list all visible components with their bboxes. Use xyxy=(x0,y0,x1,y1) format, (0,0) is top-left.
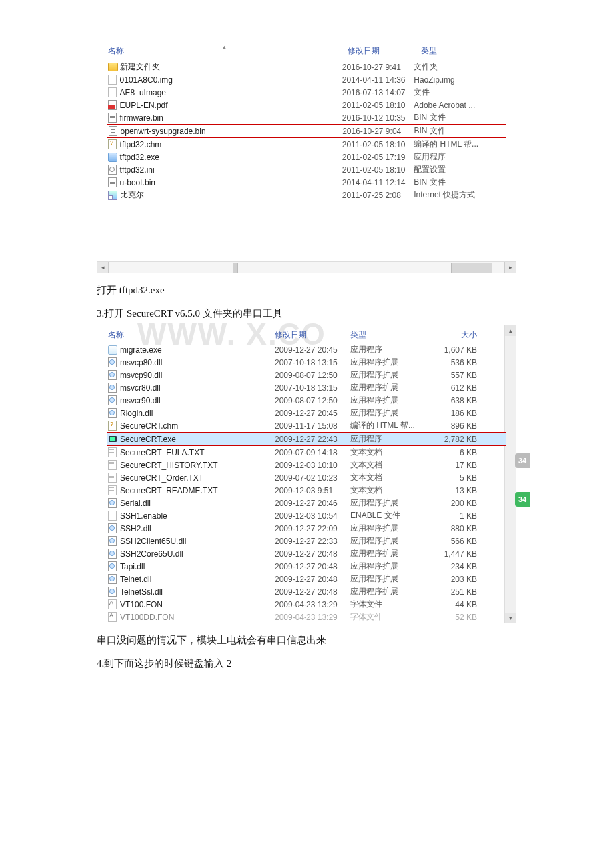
file-row[interactable]: tftpd32.ini2011-02-05 18:10配置设置 xyxy=(97,163,516,176)
txt-icon xyxy=(108,447,117,457)
file-type: Adobe Acrobat ... xyxy=(414,101,505,110)
file-row[interactable]: msvcr80.dll2007-10-18 13:15应用程序扩展612 KB xyxy=(97,381,516,394)
instruction-text-4: 4.到下面这步的时候键盘输入 2 xyxy=(97,657,516,670)
file-row[interactable]: u-boot.bin2014-04-11 12:14BIN 文件 xyxy=(97,176,516,189)
file-icon xyxy=(108,87,117,97)
file-date: 2009-08-07 12:50 xyxy=(275,371,350,380)
bin-icon xyxy=(108,177,117,187)
file-icon-cell xyxy=(108,435,120,444)
file-row[interactable]: Telnet.dll2009-12-27 20:48应用程序扩展203 KB xyxy=(97,573,516,585)
highlighted-file: SecureCRT.exe2009-12-27 22:43应用程序2,782 K… xyxy=(107,432,506,446)
file-row[interactable]: EUPL-EN.pdf2011-02-05 18:10Adobe Acrobat… xyxy=(97,99,516,111)
file-name: 新建文件夹 xyxy=(120,61,342,73)
file-type: 应用程序 xyxy=(350,344,433,355)
col-type-header[interactable]: 类型 xyxy=(421,45,501,57)
file-row[interactable]: SSH1.enable2009-12-03 10:54ENABLE 文件1 KB xyxy=(97,509,516,522)
file-row[interactable]: Rlogin.dll2009-12-27 20:45应用程序扩展186 KB xyxy=(97,407,516,419)
file-row[interactable]: SSH2Client65U.dll2009-12-27 22:33应用程序扩展5… xyxy=(97,535,516,547)
file-icon-cell xyxy=(108,536,120,546)
txt-icon xyxy=(108,473,117,483)
file-icon-cell xyxy=(108,599,120,609)
file-icon-cell xyxy=(108,100,120,110)
dll-icon xyxy=(108,370,117,380)
file-name: Rlogin.dll xyxy=(120,409,275,418)
scroll-thumb-right[interactable] xyxy=(451,263,492,273)
horizontal-scrollbar[interactable]: ◂ ▸ xyxy=(97,261,516,273)
file-size: 44 KB xyxy=(433,600,477,609)
file-row[interactable]: SecureCRT_Order.TXT2009-07-02 10:23文本文档5… xyxy=(97,471,516,484)
file-row[interactable]: firmware.bin2016-10-12 10:35BIN 文件 xyxy=(97,111,516,124)
file-row[interactable]: 0101A8C0.img2014-04-11 14:36HaoZip.img xyxy=(97,73,516,86)
file-date: 2009-12-27 20:45 xyxy=(275,345,350,355)
file-row[interactable]: Tapi.dll2009-12-27 20:48应用程序扩展234 KB xyxy=(97,560,516,573)
file-row[interactable]: tftpd32.chm2011-02-05 18:10编译的 HTML 帮... xyxy=(97,138,516,151)
file-size: 536 KB xyxy=(433,358,477,367)
file-size: 1 KB xyxy=(433,511,477,521)
file-date: 2011-02-05 18:10 xyxy=(342,140,414,149)
file-icon-cell xyxy=(108,165,120,175)
file-type: 应用程序扩展 xyxy=(350,523,433,534)
file-row[interactable]: tftpd32.exe2011-02-05 17:19应用程序 xyxy=(97,151,516,163)
file-row[interactable]: SecureCRT_EULA.TXT2009-07-09 14:18文本文档6 … xyxy=(97,446,516,459)
col2-name-header[interactable]: 名称 xyxy=(108,329,275,341)
file-size: 1,447 KB xyxy=(433,549,477,559)
file-row[interactable]: migrate.exe2009-12-27 20:45应用程序1,607 KB xyxy=(97,343,516,356)
file-row[interactable]: 新建文件夹2016-10-27 9:41文件夹 xyxy=(97,61,516,73)
scroll-right-icon[interactable]: ▸ xyxy=(504,262,516,273)
file-name: SecureCRT_HISTORY.TXT xyxy=(120,461,275,470)
file-row[interactable]: SecureCRT.exe2009-12-27 22:43应用程序2,782 K… xyxy=(107,433,506,445)
file-row[interactable]: SecureCRT_README.TXT2009-12-03 9:51文本文档1… xyxy=(97,484,516,497)
file-name: msvcp80.dll xyxy=(120,358,275,367)
file-icon-cell xyxy=(108,63,120,71)
file-row[interactable]: 比克尔2011-07-25 2:08Internet 快捷方式 xyxy=(97,189,516,201)
side-badge-1[interactable]: 34 xyxy=(515,453,530,468)
col2-date-header[interactable]: 修改日期 xyxy=(275,329,350,341)
file-date: 2009-12-27 20:48 xyxy=(275,549,350,559)
file-type: 文本文档 xyxy=(350,485,433,496)
file-row[interactable]: VT100DD.FON2009-04-23 13:29字体文件52 KB xyxy=(97,611,516,623)
file-icon-cell xyxy=(108,447,120,457)
file-row[interactable]: VT100.FON2009-04-23 13:29字体文件44 KB xyxy=(97,598,516,611)
file-icon xyxy=(108,511,117,521)
file-row[interactable]: msvcp90.dll2009-08-07 12:50应用程序扩展557 KB xyxy=(97,369,516,381)
file-type: 应用程序扩展 xyxy=(350,535,433,547)
file-row[interactable]: Serial.dll2009-12-27 20:46应用程序扩展200 KB xyxy=(97,497,516,509)
file-row[interactable]: SecureCRT.chm2009-11-17 15:08编译的 HTML 帮.… xyxy=(97,419,516,432)
file-date: 2014-04-11 12:14 xyxy=(342,178,414,187)
file-row[interactable]: msvcp80.dll2007-10-18 13:15应用程序扩展536 KB xyxy=(97,356,516,369)
file-name: TelnetSsl.dll xyxy=(120,587,275,597)
dll-icon xyxy=(108,383,117,393)
dll-icon xyxy=(108,395,117,405)
scroll-left-icon[interactable]: ◂ xyxy=(97,262,109,273)
file-type: BIN 文件 xyxy=(414,125,505,137)
instruction-text-2: 3.打开 SecureCRT v6.5.0 文件夹的串口工具 xyxy=(97,307,516,320)
side-badge-2[interactable]: 34 xyxy=(515,492,530,507)
file-row[interactable]: AE8_uImage2016-07-13 14:07文件 xyxy=(97,86,516,99)
col-date-header[interactable]: 修改日期 xyxy=(348,45,421,57)
file-type: ENABLE 文件 xyxy=(350,510,433,521)
file-name: SSH2.dll xyxy=(120,524,275,533)
file-date: 2011-02-05 18:10 xyxy=(342,165,414,175)
file-row[interactable]: TelnetSsl.dll2009-12-27 20:48应用程序扩展251 K… xyxy=(97,585,516,598)
file-type: 应用程序扩展 xyxy=(350,573,433,585)
col-name-header[interactable]: 名称 ▲ xyxy=(108,45,348,57)
file-size: 566 KB xyxy=(433,537,477,546)
file-name: SecureCRT.chm xyxy=(120,421,275,431)
file-row[interactable]: msvcr90.dll2009-08-07 12:50应用程序扩展638 KB xyxy=(97,394,516,407)
file-row[interactable]: SSH2.dll2009-12-27 22:09应用程序扩展880 KB xyxy=(97,522,516,535)
file-size: 880 KB xyxy=(433,524,477,533)
file-type: 字体文件 xyxy=(350,599,433,610)
instruction-text-1: 打开 tftpd32.exe xyxy=(97,284,516,297)
scroll-thumb[interactable] xyxy=(233,263,238,273)
file-name: SSH2Client65U.dll xyxy=(120,537,275,546)
file-row[interactable]: openwrt-sysupgrade.bin2016-10-27 9:04BIN… xyxy=(108,125,506,137)
file-row[interactable]: SSH2Core65U.dll2009-12-27 20:48应用程序扩展1,4… xyxy=(97,547,516,560)
col2-size-header[interactable]: 大小 xyxy=(433,329,477,341)
svg-rect-1 xyxy=(110,437,115,441)
file-name: tftpd32.exe xyxy=(120,153,342,162)
col2-type-header[interactable]: 类型 xyxy=(350,329,433,341)
file-row[interactable]: SecureCRT_HISTORY.TXT2009-12-03 10:10文本文… xyxy=(97,459,516,471)
file-size: 1,607 KB xyxy=(433,345,477,355)
file-date: 2016-10-27 9:04 xyxy=(342,127,414,136)
scroll-track[interactable] xyxy=(109,262,504,273)
